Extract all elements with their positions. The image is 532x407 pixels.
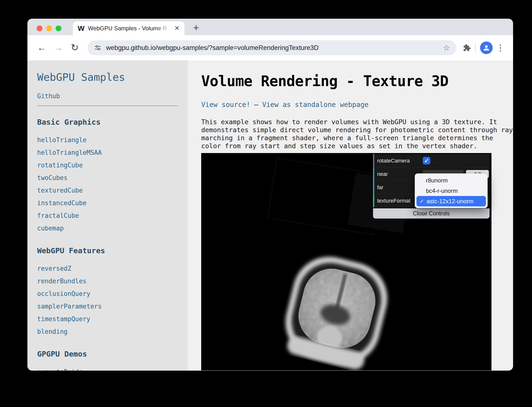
gui-row-rotateCamera: rotateCamera ✓ xyxy=(373,154,490,167)
sidebar-item-helloTriangle[interactable]: helloTriangle xyxy=(37,134,178,146)
sample-links-row: View source! — View as standalone webpag… xyxy=(201,101,513,109)
sidebar-item-fractalCube[interactable]: fractalCube xyxy=(37,209,178,222)
back-button[interactable]: ← xyxy=(35,41,49,55)
webgpu-canvas[interactable]: rotateCamera ✓ near 4.0 far textureForma… xyxy=(201,153,491,370)
sidebar-item-texturedCube[interactable]: texturedCube xyxy=(37,184,178,197)
gui-label-textureFormat: textureFormat xyxy=(377,194,410,207)
sidebar-item-blending[interactable]: blending xyxy=(37,325,178,338)
gui-label-near: near xyxy=(377,167,388,181)
dropdown-option-r8unorm[interactable]: r8unorm xyxy=(415,175,488,186)
minimize-window-button[interactable] xyxy=(46,25,52,31)
browser-tab[interactable]: W WebGPU Samples - Volume R ✕ xyxy=(73,21,184,35)
check-icon: ✓ xyxy=(420,199,424,204)
tab-title-wrap: WebGPU Samples - Volume R xyxy=(88,24,171,32)
dropdown-option-bc4-r-unorm[interactable]: bc4-r-unorm xyxy=(415,186,488,196)
bookmark-star-icon[interactable]: ☆ xyxy=(443,43,450,52)
samples-sidebar: WebGPU Samples Github Basic Graphics hel… xyxy=(27,60,188,371)
url-text[interactable]: webgpu.github.io/webgpu-samples/?sample=… xyxy=(106,44,439,52)
sidebar-item-renderBundles[interactable]: renderBundles xyxy=(37,275,178,287)
forward-button[interactable]: → xyxy=(51,41,65,55)
dropdown-selected-label: astc-12x12-unorm xyxy=(426,196,473,206)
dropdown-option-astc-selected[interactable]: ✓ astc-12x12-unorm xyxy=(416,196,486,206)
profile-avatar[interactable] xyxy=(480,41,493,54)
page-content: WebGPU Samples Github Basic Graphics hel… xyxy=(27,60,513,371)
sidebar-item-occlusionQuery[interactable]: occlusionQuery xyxy=(37,287,178,300)
site-settings-icon[interactable] xyxy=(94,44,102,52)
gui-label-far: far xyxy=(377,181,383,194)
standalone-link[interactable]: View as standalone webpage xyxy=(262,101,368,109)
tab-title: WebGPU Samples - Volume R xyxy=(88,25,167,32)
link-separator: — xyxy=(254,101,258,109)
sidebar-item-instancedCube[interactable]: instancedCube xyxy=(37,197,178,209)
sidebar-item-reversedZ[interactable]: reversedZ xyxy=(37,262,178,275)
dat-gui-panel: rotateCamera ✓ near 4.0 far textureForma… xyxy=(373,154,490,207)
reload-button[interactable]: ↻ xyxy=(68,41,82,55)
view-source-link[interactable]: View source! xyxy=(201,101,250,109)
rotate-camera-checkbox[interactable]: ✓ xyxy=(423,157,430,164)
sidebar-divider xyxy=(37,106,178,106)
extensions-puzzle-icon[interactable] xyxy=(462,43,471,52)
tab-close-icon[interactable]: ✕ xyxy=(174,24,180,32)
traffic-lights xyxy=(37,25,61,31)
sidebar-heading-webgpu-features: WebGPU Features xyxy=(37,246,178,255)
sample-description: This example shows how to render volumes… xyxy=(201,118,513,150)
tab-bar: W WebGPU Samples - Volume R ✕ + xyxy=(27,19,513,35)
page-title: Volume Rendering - Texture 3D xyxy=(201,73,513,90)
sidebar-item-timestampQuery[interactable]: timestampQuery xyxy=(37,313,178,325)
sidebar-item-rotatingCube[interactable]: rotatingCube xyxy=(37,159,178,171)
github-link[interactable]: Github xyxy=(37,92,178,100)
sidebar-item-twoCubes[interactable]: twoCubes xyxy=(37,171,178,184)
gui-label-rotateCamera: rotateCamera xyxy=(377,154,410,167)
sidebar-item-computeBoids[interactable]: computeBoids xyxy=(37,366,178,371)
sidebar-heading-gpgpu-demos: GPGPU Demos xyxy=(37,350,178,358)
browser-window: W WebGPU Samples - Volume R ✕ + ← → ↻ we… xyxy=(27,19,513,371)
zoom-window-button[interactable] xyxy=(56,25,61,31)
browser-toolbar: ← → ↻ webgpu.github.io/webgpu-samples/?s… xyxy=(27,35,513,60)
sidebar-item-samplerParameters[interactable]: samplerParameters xyxy=(37,300,178,313)
new-tab-button[interactable]: + xyxy=(191,23,202,34)
webgpu-favicon-icon: W xyxy=(78,25,84,32)
toolbar-divider xyxy=(475,43,476,52)
close-controls-button[interactable]: Close Controls xyxy=(373,208,490,219)
url-bar[interactable]: webgpu.github.io/webgpu-samples/?sample=… xyxy=(88,40,456,55)
sidebar-item-helloTriangleMSAA[interactable]: helloTriangleMSAA xyxy=(37,146,178,159)
sidebar-title: WebGPU Samples xyxy=(37,71,178,83)
sidebar-heading-basic-graphics: Basic Graphics xyxy=(37,118,178,126)
menu-dots-icon[interactable]: ⋮ xyxy=(495,43,506,53)
sidebar-item-cubemap[interactable]: cubemap xyxy=(37,222,178,235)
sample-main: Volume Rendering - Texture 3D View sourc… xyxy=(188,60,513,371)
texture-format-dropdown: r8unorm bc4-r-unorm ✓ astc-12x12-unorm xyxy=(415,173,488,208)
close-window-button[interactable] xyxy=(37,25,42,31)
